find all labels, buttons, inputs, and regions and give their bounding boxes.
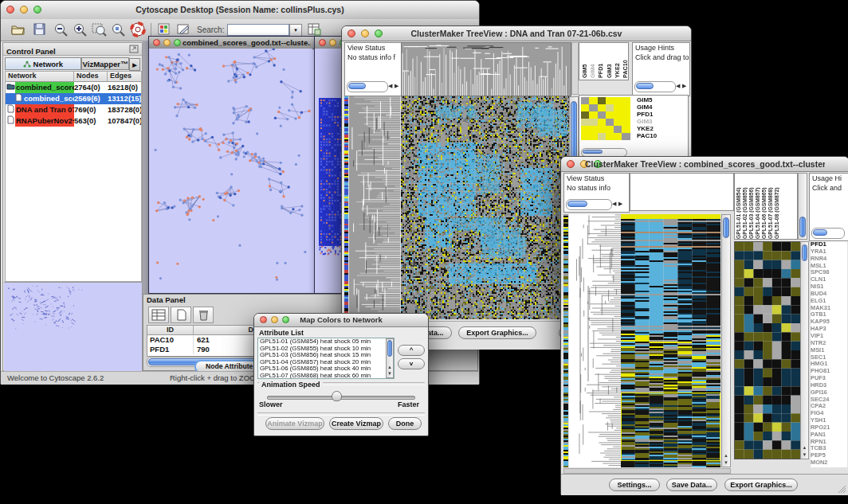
zoom-in-icon[interactable] (73, 22, 88, 37)
new-attribute-icon[interactable] (171, 307, 191, 323)
close-button[interactable] (567, 160, 575, 168)
settings-button[interactable]: Settings... (609, 479, 660, 491)
attribute-item[interactable]: GPL51-07 (GSM868) heat shock 60 min (260, 373, 394, 379)
dialog-titlebar[interactable]: Map Colors to Network (254, 314, 428, 327)
cytoscape-titlebar[interactable]: Cytoscape Desktop (Session Name: collins… (1, 1, 479, 20)
slider-thumb[interactable] (332, 391, 342, 401)
tv1-zoom-cell[interactable] (614, 126, 622, 133)
tv2-col-label[interactable]: GPL51-03 (GSM856) (748, 174, 754, 239)
scroll-left-icon[interactable]: ◀ (676, 83, 680, 89)
tv2-col-label[interactable]: GPL51-02 (GSM855) (742, 174, 748, 239)
delete-attribute-icon[interactable] (193, 307, 214, 323)
scroll-down-icon[interactable]: ▼ (801, 451, 808, 459)
network-row[interactable]: RNAPuberNov2+563(0)107847(0) (6, 115, 141, 127)
tv1-zoom-cell[interactable] (606, 97, 614, 104)
tv1-zoom-cell[interactable] (581, 126, 589, 133)
tv2-column-dendrogram[interactable] (630, 173, 734, 211)
scroll-up-icon[interactable]: ▲ (801, 444, 808, 451)
tv1-col-label[interactable]: GIM5 (581, 43, 587, 78)
tv1-col-label[interactable]: GIM3 (606, 43, 612, 78)
network-row[interactable]: DNA and Tran 07769(0)183728(0) (6, 104, 141, 115)
tv1-zoom-cell[interactable] (598, 97, 606, 104)
help-lifesaver-icon[interactable] (130, 21, 146, 37)
close-button[interactable] (153, 39, 160, 46)
tv2-hscrollbar[interactable] (563, 468, 731, 474)
tv1-zoom-cell[interactable] (622, 111, 630, 119)
tv1-zoom-matrix[interactable] (581, 97, 630, 140)
minimize-button[interactable] (271, 316, 278, 323)
tv1-zoom-cell[interactable] (614, 133, 622, 140)
close-button[interactable] (347, 29, 355, 37)
usage-hints-scrollbar[interactable] (811, 228, 845, 239)
scroll-right-icon[interactable]: ▶ (395, 83, 398, 89)
data-table-icon[interactable] (307, 22, 322, 37)
tv1-zoom-cell[interactable] (606, 133, 614, 140)
tv2-col-label[interactable]: GPL51-06 (GSM865) (761, 174, 767, 239)
tv2-column-label-vscrollbar[interactable] (798, 173, 807, 240)
tv1-column-dendrogram[interactable] (401, 42, 571, 96)
tv2-col-label[interactable]: GPL51-04 (GSM857) (755, 174, 760, 239)
create-vizmap-button[interactable]: Create Vizmap (329, 417, 383, 430)
tv1-col-label[interactable]: PAC10 (622, 43, 628, 78)
network-row[interactable]: combined_sco2569(6)13112(15) (6, 93, 141, 104)
tv1-zoom-cell[interactable] (589, 97, 597, 104)
treeview2-titlebar[interactable]: ClusterMaker TreeView : combined_scores_… (561, 157, 848, 172)
tv1-zoom-cell[interactable] (622, 97, 630, 104)
tv1-zoom-cell[interactable] (589, 104, 597, 111)
tv1-zoom-cell[interactable] (606, 119, 614, 126)
treeview1-titlebar[interactable]: ClusterMaker TreeView : DNA and Tran 07-… (342, 26, 691, 41)
tv1-zoom-cell[interactable] (598, 133, 606, 140)
tv1-row-label[interactable]: GIM3 (637, 118, 657, 125)
scroll-left-icon[interactable]: ◀ (388, 83, 392, 89)
network-row[interactable]: combined_scores2764(0)16218(0) (6, 82, 141, 93)
tv1-zoom-cell[interactable] (589, 119, 597, 126)
tv2-col-label[interactable]: GPL51-08 (GSM872) (774, 174, 779, 239)
tv1-zoom-cell[interactable] (622, 104, 630, 111)
done-button[interactable]: Done (388, 417, 422, 430)
tab-vizmapper[interactable]: VizMapper™ (81, 57, 129, 70)
float-panel-icon[interactable] (129, 45, 139, 53)
animate-vizmap-button[interactable]: Animate Vizmap (265, 417, 324, 430)
scroll-up-icon[interactable]: ▲ (722, 452, 730, 459)
tv1-zoom-cell[interactable] (622, 126, 630, 133)
tv2-gene-list[interactable]: PFD1YRA1RNR4MSL1SPC98CLN1NIS1BUD4ELG1MAK… (811, 241, 847, 467)
tv1-global-overview-strip[interactable] (344, 96, 348, 319)
tv1-zoom-cell[interactable] (606, 111, 614, 119)
tab-overflow-button[interactable]: ▶ (129, 58, 140, 71)
tv1-zoom-cell[interactable] (614, 104, 622, 111)
search-input[interactable] (227, 24, 289, 36)
move-down-button[interactable]: v (398, 358, 425, 369)
tv1-zoom-cell[interactable] (614, 111, 622, 119)
save-session-icon[interactable] (33, 22, 46, 36)
tv1-zoom-cell[interactable] (581, 104, 589, 111)
zoom-fit-icon[interactable] (92, 22, 108, 37)
tv1-zoom-cell[interactable] (581, 111, 589, 119)
gene-label[interactable]: MON2 (811, 459, 847, 467)
tv1-row-label[interactable]: YKE2 (637, 125, 657, 132)
tv1-heatmap[interactable] (401, 96, 569, 319)
tv1-zoom-cell[interactable] (606, 126, 614, 133)
tv1-zoom-cell[interactable] (581, 97, 589, 104)
export-graphics-button[interactable]: Export Graphics... (724, 479, 798, 491)
attribute-list-vscrollbar[interactable]: ▲ ▼ (386, 338, 394, 378)
scroll-down-icon[interactable]: ▼ (722, 459, 730, 467)
tv1-row-label[interactable]: GIM5 (637, 96, 657, 104)
tv1-zoom-cell[interactable] (622, 119, 630, 126)
tv1-zoom-cell[interactable] (581, 119, 589, 126)
tv1-row-dendrogram[interactable] (349, 96, 400, 319)
birdseye-view[interactable] (4, 282, 142, 371)
tv1-row-label[interactable]: PFD1 (637, 111, 657, 118)
close-button[interactable] (6, 6, 14, 14)
tv2-row-dendrogram[interactable] (569, 214, 621, 467)
minimize-button[interactable] (329, 39, 336, 46)
resize-grip[interactable] (837, 484, 846, 494)
scroll-right-icon[interactable]: ▶ (682, 83, 686, 89)
tv1-col-label[interactable]: PFD1 (597, 43, 603, 78)
vizmapper-palette-icon[interactable] (157, 22, 171, 36)
select-attributes-icon[interactable] (148, 307, 169, 323)
tv1-row-label[interactable]: GIM4 (637, 104, 657, 111)
tv2-gene-list-vscrollbar[interactable]: ▲ ▼ (800, 241, 809, 459)
zoom-out-icon[interactable] (53, 22, 69, 37)
tv1-zoom-cell[interactable] (598, 119, 606, 126)
close-button[interactable] (260, 316, 267, 323)
